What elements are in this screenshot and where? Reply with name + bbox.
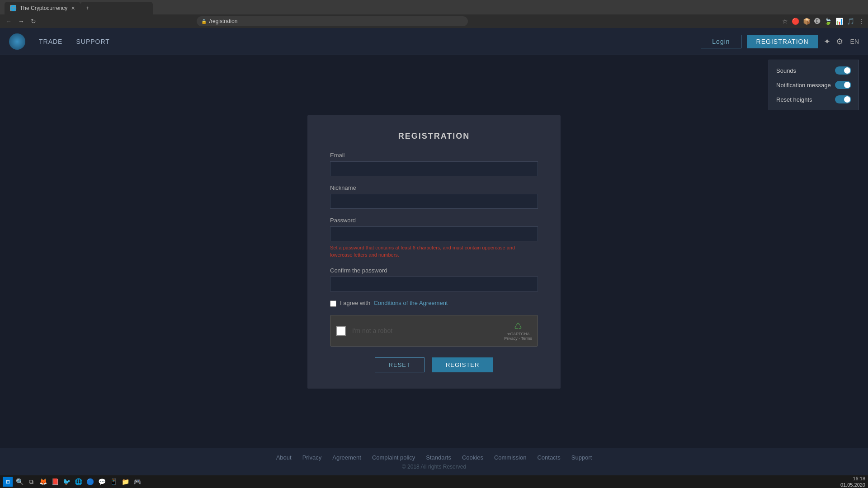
forward-button[interactable]: → <box>16 17 26 26</box>
email-input[interactable] <box>330 161 538 176</box>
footer-link[interactable]: Cookies <box>462 454 483 461</box>
nav-support[interactable]: SUPPORT <box>76 38 109 45</box>
agree-row: I agree with Conditions of the Agreement <box>330 300 538 307</box>
agree-checkbox[interactable] <box>330 300 336 307</box>
reset-button[interactable]: RESET <box>375 357 425 372</box>
password-label: Password <box>330 217 538 224</box>
taskbar-skype[interactable]: 💬 <box>97 477 107 487</box>
taskbar-app2[interactable]: 🌐 <box>73 477 83 487</box>
sounds-label: Sounds <box>776 67 796 74</box>
ext-icon-4[interactable]: 🍃 <box>824 18 832 25</box>
footer-link[interactable]: About <box>276 454 292 461</box>
browser-right-icons: ☆ 🔴 📦 🅓 🍃 📊 🎵 ⋮ <box>782 18 864 25</box>
taskbar-app3[interactable]: 🎮 <box>132 477 142 487</box>
taskbar-search[interactable]: 🔍 <box>14 477 24 487</box>
captcha-logo: ♺ reCAPTCHA Privacy - Terms <box>504 321 532 341</box>
taskbar-clock: 16:18 01.05.2020 <box>840 475 865 488</box>
recaptcha-brand: reCAPTCHA <box>507 332 530 336</box>
confirm-password-group: Confirm the password <box>330 267 538 291</box>
nav-trade[interactable]: TRADE <box>39 38 62 45</box>
theme-icon[interactable]: ✦ <box>824 37 830 47</box>
nickname-input[interactable] <box>330 194 538 209</box>
tab-favicon: 🌐 <box>10 5 16 11</box>
tab-bar: 🌐 The Cryptocurrency ✕ + <box>0 0 868 14</box>
reset-heights-toggle[interactable] <box>835 95 851 103</box>
captcha-checkbox[interactable] <box>336 326 346 336</box>
bookmark-icon[interactable]: ☆ <box>782 18 788 25</box>
start-button[interactable]: ⊞ <box>3 477 13 487</box>
captcha-label: I'm not a robot <box>352 327 498 334</box>
taskbar-files[interactable]: 📁 <box>120 477 130 487</box>
confirm-password-label: Confirm the password <box>330 267 538 274</box>
lock-icon: 🔒 <box>201 19 207 24</box>
ext-icon-3[interactable]: 🅓 <box>814 18 821 25</box>
taskbar-chrome[interactable]: 🔵 <box>85 477 95 487</box>
password-input[interactable] <box>330 226 538 241</box>
confirm-password-input[interactable] <box>330 277 538 291</box>
ext-icon-1[interactable]: 🔴 <box>792 18 799 25</box>
ext-icon-6[interactable]: 🎵 <box>847 18 854 25</box>
taskbar-firefox[interactable]: 🦊 <box>38 477 48 487</box>
notification-toggle[interactable] <box>835 81 851 89</box>
back-button[interactable]: ← <box>4 17 14 26</box>
taskbar-adobe[interactable]: 📕 <box>50 477 60 487</box>
browser-toolbar: ← → ↻ 🔒 /registration ☆ 🔴 📦 🅓 🍃 📊 🎵 ⋮ <box>0 14 868 28</box>
main-content: Sounds Notification message Reset height… <box>0 55 868 448</box>
taskbar-app1[interactable]: 🐦 <box>61 477 71 487</box>
ext-icon-2[interactable]: 📦 <box>803 18 811 25</box>
footer-link[interactable]: Commission <box>494 454 527 461</box>
browser-menu-button[interactable]: ⋮ <box>858 18 864 25</box>
notification-label: Notification message <box>776 82 831 89</box>
register-button[interactable]: REGISTER <box>432 357 493 372</box>
reset-heights-setting-row: Reset heights <box>776 95 851 103</box>
taskbar-time-display: 16:18 <box>840 475 865 482</box>
form-buttons: RESET REGISTER <box>330 357 538 372</box>
taskbar-viber[interactable]: 📱 <box>108 477 118 487</box>
site-logo <box>9 33 25 50</box>
agree-text: I agree with Conditions of the Agreement <box>340 300 448 306</box>
browser-tab[interactable]: 🌐 The Cryptocurrency ✕ <box>5 2 80 14</box>
sounds-setting-row: Sounds <box>776 66 851 75</box>
language-selector[interactable]: EN <box>850 38 859 45</box>
new-tab-button[interactable]: + <box>80 2 153 14</box>
tab-title: The Cryptocurrency <box>20 5 67 11</box>
footer-link[interactable]: Complaint policy <box>372 454 415 461</box>
email-label: Email <box>330 152 538 159</box>
taskbar-date-display: 01.05.2020 <box>840 482 865 488</box>
registration-button[interactable]: REGISTRATION <box>747 35 818 48</box>
footer-copyright: © 2018 All rights Reserved <box>402 464 466 470</box>
email-group: Email <box>330 152 538 176</box>
site-navbar: TRADE SUPPORT Login REGISTRATION ✦ ⚙ EN <box>0 28 868 55</box>
taskbar-right: 16:18 01.05.2020 <box>840 475 865 488</box>
footer-link[interactable]: Agreement <box>332 454 361 461</box>
footer-link[interactable]: Privacy <box>302 454 322 461</box>
refresh-button[interactable]: ↻ <box>29 17 38 26</box>
ext-icon-5[interactable]: 📊 <box>835 18 843 25</box>
footer-link[interactable]: Standarts <box>426 454 451 461</box>
login-button[interactable]: Login <box>701 35 741 48</box>
taskbar: ⊞ 🔍 ⧉ 🦊 📕 🐦 🌐 🔵 💬 📱 📁 🎮 16:18 01.05.2020 <box>0 475 868 488</box>
footer-link[interactable]: Support <box>571 454 592 461</box>
url-text: /registration <box>209 18 238 24</box>
registration-card: REGISTRATION Email Nickname Password Set… <box>307 115 561 389</box>
settings-icon[interactable]: ⚙ <box>836 37 843 47</box>
recaptcha-links: Privacy - Terms <box>504 336 532 341</box>
agree-link[interactable]: Conditions of the Agreement <box>373 300 448 306</box>
address-bar[interactable]: 🔒 /registration <box>197 16 468 26</box>
nickname-group: Nickname <box>330 184 538 209</box>
settings-dropdown: Sounds Notification message Reset height… <box>769 60 859 110</box>
password-group: Password Set a password that contains at… <box>330 217 538 259</box>
taskbar-task-view[interactable]: ⧉ <box>26 477 36 487</box>
notification-setting-row: Notification message <box>776 81 851 89</box>
nav-links: TRADE SUPPORT <box>39 38 701 45</box>
registration-title: REGISTRATION <box>330 131 538 141</box>
tab-close-button[interactable]: ✕ <box>71 5 75 11</box>
nav-right: Login REGISTRATION ✦ ⚙ EN <box>701 35 859 48</box>
footer: AboutPrivacyAgreementComplaint policySta… <box>0 448 868 475</box>
sounds-toggle[interactable] <box>835 66 851 75</box>
footer-link[interactable]: Contacts <box>537 454 560 461</box>
recaptcha-icon: ♺ <box>514 321 522 332</box>
captcha-box[interactable]: I'm not a robot ♺ reCAPTCHA Privacy - Te… <box>330 315 538 347</box>
reset-heights-label: Reset heights <box>776 96 812 103</box>
nickname-label: Nickname <box>330 184 538 191</box>
